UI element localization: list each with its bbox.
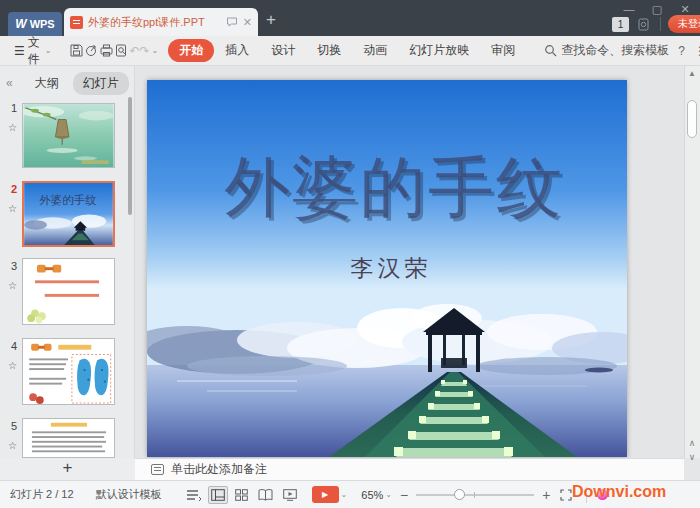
quickbar-more-icon[interactable]: ⌄ (152, 46, 159, 55)
slide-2-art: 外婆的手纹 (24, 183, 113, 245)
slide-5-thumbnail[interactable] (22, 418, 115, 458)
grid-view-icon (235, 489, 248, 501)
notification-badge[interactable]: 1 (612, 17, 629, 32)
zoom-slider-knob[interactable] (454, 489, 465, 500)
slide-counter: 幻灯片 2 / 12 (10, 487, 74, 502)
zoom-in-button[interactable]: + (542, 487, 550, 503)
slide-3-number: 3 (6, 260, 22, 272)
login-button[interactable]: 未登录 (668, 15, 700, 33)
command-search[interactable]: 查找命令、搜索模板 (544, 42, 669, 59)
tab-home[interactable]: 开始 (168, 39, 214, 62)
slide-5-number: 5 (6, 420, 22, 432)
zoom-level[interactable]: 65% (361, 489, 383, 501)
preview-icon (114, 43, 129, 58)
export-icon (84, 43, 99, 58)
ribbon-tab-bar: ☰ 文件 ⌄ ↶ ↷ ⌄ 开始 插入 设计 切换 动画 幻灯片放映 审阅 查找命… (0, 36, 700, 66)
watermark: Downvi.com (572, 483, 666, 501)
slide-author[interactable]: 李汉荣 (351, 255, 432, 281)
tab-outline[interactable]: 大纲 (35, 75, 59, 92)
tab-slides[interactable]: 幻灯片 (73, 72, 129, 95)
template-name[interactable]: 默认设计模板 (96, 487, 162, 502)
undo-button[interactable]: ↶ (129, 41, 139, 61)
tab-slideshow[interactable]: 幻灯片放映 (398, 39, 480, 62)
wps-logo-icon: W (15, 17, 25, 31)
tab-design[interactable]: 设计 (260, 39, 306, 62)
slide-3-thumbnail[interactable] (22, 258, 115, 325)
slide-2-thumbnail-selected[interactable]: 外婆的手纹 (22, 181, 115, 247)
play-slideshow-button[interactable]: ▶ (312, 486, 339, 503)
notes-icon (151, 464, 164, 475)
wps-home-button[interactable]: W WPS (8, 12, 62, 36)
redo-button[interactable]: ↷ (140, 41, 150, 61)
notes-bar[interactable]: 单击此处添加备注 (135, 458, 684, 480)
slide-4-animation-star-icon: ☆ (8, 360, 17, 371)
slide-1-thumbnail[interactable] (22, 103, 115, 168)
slide-1-number: 1 (6, 102, 22, 114)
add-slide-button[interactable]: + (63, 458, 73, 478)
panel-header: « 大纲 幻灯片 (0, 70, 135, 96)
close-tab-icon[interactable]: ✕ (243, 16, 252, 29)
tab-transitions[interactable]: 切换 (306, 39, 352, 62)
normal-view-button[interactable] (208, 486, 228, 504)
burger-icon: ☰ (14, 44, 25, 58)
panel-footer: + (0, 458, 135, 480)
titlebar-separator (660, 17, 661, 31)
comment-icon[interactable] (226, 16, 238, 28)
print-button[interactable] (99, 41, 114, 61)
chevron-down-icon: ⌄ (45, 46, 52, 55)
scrollbar-thumb[interactable] (687, 100, 697, 138)
slideshow-icon (283, 489, 297, 501)
previous-slide-button[interactable]: ∧ (685, 438, 699, 448)
notes-toggle-button[interactable] (184, 486, 204, 504)
slide-3-art (23, 259, 114, 324)
share-doc-icon[interactable] (636, 17, 651, 32)
slide-title[interactable]: 外婆的手纹 (224, 150, 564, 224)
new-tab-button[interactable]: + (266, 10, 276, 30)
search-placeholder: 查找命令、搜索模板 (561, 42, 669, 59)
file-menu-label: 文件 (28, 34, 40, 68)
panel-scrollbar-thumb[interactable] (128, 97, 132, 215)
help-icon[interactable]: ? (678, 44, 685, 58)
slide-1-animation-star-icon: ☆ (8, 122, 17, 133)
save-button[interactable] (69, 41, 84, 61)
play-options-icon[interactable]: ⌄ (341, 490, 348, 499)
kebab-menu-icon[interactable]: ⋮ (694, 44, 700, 58)
save-icon (69, 43, 84, 58)
notes-lines-icon (186, 489, 202, 501)
document-tab[interactable]: 外婆的手纹ppt课件.PPT ✕ (64, 8, 258, 36)
collapse-panel-icon[interactable]: « (6, 76, 13, 90)
slide-1-art (23, 104, 114, 167)
slide-4-thumbnail[interactable] (22, 338, 115, 405)
search-icon (544, 44, 557, 57)
svg-text:外婆的手纹: 外婆的手纹 (38, 194, 97, 206)
slide-5-animation-star-icon: ☆ (8, 440, 17, 451)
slide-sorter-view-button[interactable] (232, 486, 252, 504)
zoom-out-button[interactable]: − (400, 487, 408, 503)
wps-presentation-window: W WPS 外婆的手纹ppt课件.PPT ✕ + — ▢ ✕ 1 未登录 ☰ 文… (0, 0, 700, 508)
current-slide[interactable]: 外婆的手纹 外婆的手纹 李汉荣 (147, 80, 627, 457)
reading-view-button[interactable] (256, 486, 276, 504)
maximize-button[interactable]: ▢ (644, 1, 670, 17)
tab-animations[interactable]: 动画 (352, 39, 398, 62)
fit-screen-icon (560, 489, 572, 501)
normal-view-icon (211, 489, 225, 501)
print-preview-button[interactable] (114, 41, 129, 61)
zoom-slider-tick (474, 492, 475, 498)
book-icon (258, 489, 273, 501)
tab-review[interactable]: 审阅 (480, 39, 526, 62)
slideshow-view-button[interactable] (280, 486, 300, 504)
file-menu[interactable]: ☰ 文件 ⌄ (14, 34, 53, 68)
slide-background-art: 外婆的手纹 外婆的手纹 李汉荣 (147, 80, 627, 457)
slide-4-art (23, 339, 114, 404)
zoom-caret-icon[interactable]: ⌄ (385, 490, 392, 499)
output-button[interactable] (84, 41, 99, 61)
zoom-slider[interactable] (416, 494, 534, 496)
wps-brand-label: WPS (30, 18, 55, 30)
slide-5-art (23, 419, 114, 457)
minimize-button[interactable]: — (616, 1, 642, 17)
next-slide-button[interactable]: ∨ (685, 452, 699, 462)
slide-4-number: 4 (6, 340, 22, 352)
tab-insert[interactable]: 插入 (214, 39, 260, 62)
notes-placeholder[interactable]: 单击此处添加备注 (171, 461, 267, 478)
scroll-up-icon[interactable]: ▲ (685, 69, 699, 78)
